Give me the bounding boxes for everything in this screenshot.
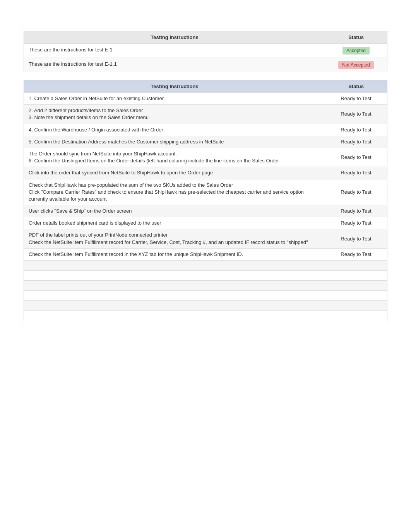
table-row: These are the instructions for test E-1.… <box>24 58 387 72</box>
status-cell <box>325 281 387 291</box>
table-row <box>24 301 387 311</box>
status-cell <box>325 291 387 301</box>
table2: Testing Instructions Status 1. Create a … <box>24 80 387 321</box>
table1: Testing Instructions Status These are th… <box>24 31 387 72</box>
table1-wrapper: Testing Instructions Status These are th… <box>24 31 387 72</box>
instruction-cell <box>24 291 325 301</box>
instruction-cell: Click into the order that synced from Ne… <box>24 167 325 179</box>
instruction-cell: 4. Confirm the Warehouse / Origin associ… <box>24 124 325 136</box>
status-cell: Not Accepted <box>325 58 387 72</box>
status-cell: Ready to Test <box>325 124 387 136</box>
table2-instructions-header: Testing Instructions <box>24 80 325 93</box>
table-row: PDF of the label prints out of your Prin… <box>24 229 387 248</box>
table-row: Check the NetSuite Item Fulfillment reco… <box>24 248 387 260</box>
table-row: 1. Create a Sales Order in NetSuite for … <box>24 93 387 105</box>
table-row: 4. Confirm the Warehouse / Origin associ… <box>24 124 387 136</box>
status-cell: Ready to Test <box>325 148 387 167</box>
instruction-cell <box>24 271 325 281</box>
table-row: Click into the order that synced from Ne… <box>24 167 387 179</box>
table-row: Order details booked shipment card is di… <box>24 217 387 229</box>
table-row <box>24 311 387 321</box>
instruction-cell: These are the instructions for test E-1 <box>24 44 325 58</box>
table2-wrapper: Testing Instructions Status 1. Create a … <box>24 80 387 321</box>
table-row: User clicks "Save & Ship" on the Order s… <box>24 205 387 217</box>
instruction-cell: PDF of the label prints out of your Prin… <box>24 229 325 248</box>
instruction-cell: The Order should sync from NetSuite into… <box>24 148 325 167</box>
table-row <box>24 281 387 291</box>
status-cell <box>325 271 387 281</box>
status-cell: Ready to Test <box>325 105 387 124</box>
status-cell: Ready to Test <box>325 229 387 248</box>
status-cell: Ready to Test <box>325 179 387 205</box>
instruction-cell: 2. Add 2 different products/items to the… <box>24 105 325 124</box>
table1-instructions-header: Testing Instructions <box>24 31 325 44</box>
table-row <box>24 271 387 281</box>
instruction-cell <box>24 301 325 311</box>
status-cell <box>325 261 387 271</box>
status-cell: Ready to Test <box>325 217 387 229</box>
instruction-cell <box>24 261 325 271</box>
status-badge: Accepted <box>342 47 370 55</box>
instruction-cell: User clicks "Save & Ship" on the Order s… <box>24 205 325 217</box>
status-cell: Accepted <box>325 44 387 58</box>
instruction-cell: 5. Confirm the Destination Address match… <box>24 136 325 148</box>
table-row: 2. Add 2 different products/items to the… <box>24 105 387 124</box>
status-cell: Ready to Test <box>325 93 387 105</box>
table-row: The Order should sync from NetSuite into… <box>24 148 387 167</box>
status-cell: Ready to Test <box>325 248 387 260</box>
instruction-cell <box>24 311 325 321</box>
instruction-cell: Order details booked shipment card is di… <box>24 217 325 229</box>
table-row: These are the instructions for test E-1A… <box>24 44 387 58</box>
instruction-cell: These are the instructions for test E-1.… <box>24 58 325 72</box>
instruction-cell: 1. Create a Sales Order in NetSuite for … <box>24 93 325 105</box>
table2-status-header: Status <box>325 80 387 93</box>
status-cell: Ready to Test <box>325 167 387 179</box>
status-cell: Ready to Test <box>325 205 387 217</box>
status-cell <box>325 301 387 311</box>
instruction-cell: Check that ShipHawk has pre-populated th… <box>24 179 325 205</box>
table-row: Check that ShipHawk has pre-populated th… <box>24 179 387 205</box>
status-cell <box>325 311 387 321</box>
page-container: Testing Instructions Status These are th… <box>24 31 387 321</box>
table-row <box>24 291 387 301</box>
table1-status-header: Status <box>325 31 387 44</box>
instruction-cell: Check the NetSuite Item Fulfillment reco… <box>24 248 325 260</box>
status-badge: Not Accepted <box>338 61 373 69</box>
table-row: 5. Confirm the Destination Address match… <box>24 136 387 148</box>
table-row <box>24 261 387 271</box>
status-cell: Ready to Test <box>325 136 387 148</box>
instruction-cell <box>24 281 325 291</box>
